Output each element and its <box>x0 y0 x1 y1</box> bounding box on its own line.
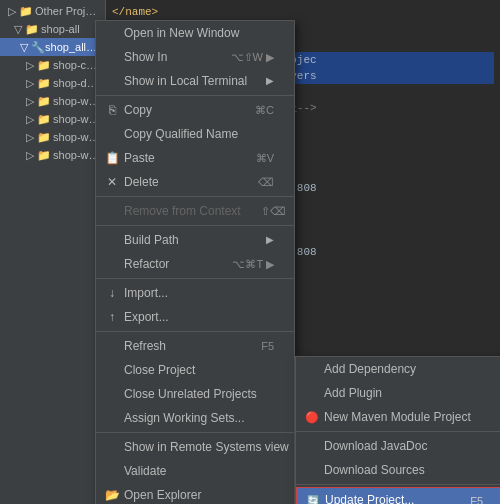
menu-show-remote[interactable]: Show in Remote Systems view <box>96 435 294 459</box>
tree-item-shop-all[interactable]: ▽ 📁shop-all <box>0 20 105 38</box>
separator-1 <box>96 95 294 96</box>
menu-refresh[interactable]: Refresh F5 <box>96 334 294 358</box>
menu-open-explorer[interactable]: 📂Open Explorer <box>96 483 294 504</box>
maven-new-module[interactable]: 🔴New Maven Module Project <box>296 405 500 429</box>
project-tree: ▷ 📁Other Projects ▽ 📁shop-all ▽ 🔧shop_al… <box>0 0 106 504</box>
separator-3 <box>96 225 294 226</box>
separator-4 <box>96 278 294 279</box>
menu-delete[interactable]: ✕Delete ⌫ <box>96 170 294 194</box>
menu-refactor[interactable]: Refactor ⌥⌘T ▶ <box>96 252 294 276</box>
tree-item-shop-web-sell[interactable]: ▷ 📁shop-web-selle... <box>0 110 105 128</box>
menu-remove-context[interactable]: Remove from Context ⇧⌫ <box>96 199 294 223</box>
menu-import[interactable]: ↓Import... <box>96 281 294 305</box>
tree-item-shop-common[interactable]: ▷ 📁shop-commo... <box>0 56 105 74</box>
context-menu: Open in New Window Show In ⌥⇧W ▶ Show in… <box>95 20 295 504</box>
menu-export[interactable]: ↑Export... <box>96 305 294 329</box>
tree-item-shop-web-adm[interactable]: ▷ 📁shop-web-adm... <box>0 92 105 110</box>
maven-update-project[interactable]: 🔄Update Project... F5 <box>296 487 500 504</box>
menu-build-path[interactable]: Build Path ▶ <box>96 228 294 252</box>
maven-download-javadoc[interactable]: Download JavaDoc <box>296 434 500 458</box>
menu-close-project[interactable]: Close Project <box>96 358 294 382</box>
separator-2 <box>96 196 294 197</box>
code-line-1: </name> <box>112 4 494 20</box>
separator-5 <box>96 331 294 332</box>
maven-separator-2 <box>296 484 500 485</box>
menu-show-in[interactable]: Show In ⌥⇧W ▶ <box>96 45 294 69</box>
menu-open-new-window[interactable]: Open in New Window <box>96 21 294 45</box>
tree-item-shop-all-add[interactable]: ▽ 🔧shop_all_add <box>0 38 105 56</box>
tree-item-shop-web-stat[interactable]: ▷ 📁shop-web-stat... <box>0 128 105 146</box>
menu-validate[interactable]: Validate <box>96 459 294 483</box>
menu-assign-working-sets[interactable]: Assign Working Sets... <box>96 406 294 430</box>
tree-item-shop-data[interactable]: ▷ 📁shop-data [oth... <box>0 74 105 92</box>
maven-separator-1 <box>296 431 500 432</box>
maven-download-sources[interactable]: Download Sources <box>296 458 500 482</box>
tree-item-other-projects[interactable]: ▷ 📁Other Projects <box>0 2 105 20</box>
tree-item-shop-web-upl[interactable]: ▷ 📁shop-web-upl... <box>0 146 105 164</box>
menu-close-unrelated[interactable]: Close Unrelated Projects <box>96 382 294 406</box>
separator-6 <box>96 432 294 433</box>
maven-add-dependency[interactable]: Add Dependency <box>296 357 500 381</box>
menu-show-local-terminal[interactable]: Show in Local Terminal ▶ <box>96 69 294 93</box>
menu-copy-qualified[interactable]: Copy Qualified Name <box>96 122 294 146</box>
maven-add-plugin[interactable]: Add Plugin <box>296 381 500 405</box>
maven-submenu: Add Dependency Add Plugin 🔴New Maven Mod… <box>295 356 500 504</box>
menu-paste[interactable]: 📋Paste ⌘V <box>96 146 294 170</box>
menu-copy[interactable]: ⎘Copy ⌘C <box>96 98 294 122</box>
